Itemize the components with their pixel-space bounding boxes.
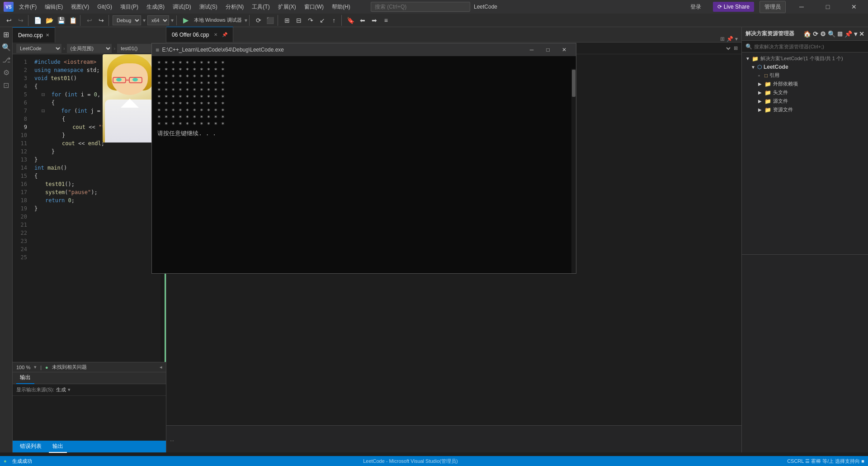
toolbar-d3[interactable]: ↷ — [305, 15, 316, 26]
menu-analyze[interactable]: 分析(N) — [222, 1, 248, 13]
output-tabs: 输出 — [13, 372, 166, 384]
toolbar-group-3: ↩ ↪ — [82, 15, 109, 26]
menu-view[interactable]: 视图(V) — [67, 1, 93, 13]
status-right: CSCRL ☰ 霍棒 等/上 选择支持向 ■ — [787, 458, 864, 465]
menu-window[interactable]: 窗口(W) — [301, 1, 327, 13]
menu-test[interactable]: 测试(S) — [196, 1, 221, 13]
toolbar-undo-btn[interactable]: ↩ — [84, 15, 95, 26]
login-button[interactable]: 登录 — [688, 2, 704, 12]
project-icon: ⬡ — [757, 64, 762, 70]
editor-pin-btn[interactable]: 📌 — [726, 36, 733, 42]
menu-tools[interactable]: 工具(T) — [248, 1, 273, 13]
solution-home-btn[interactable]: 🏠 — [803, 30, 811, 38]
panel-toggle[interactable]: ◂ — [160, 364, 162, 370]
tree-resources[interactable]: ▶ 📁 资源文件 — [742, 105, 868, 114]
toolbar-redo-btn[interactable]: ↪ — [96, 15, 107, 26]
toolbar-d5[interactable]: ↑ — [329, 15, 340, 26]
tab-demo-close[interactable]: ✕ — [46, 33, 49, 38]
toolbar-group-run: ▶ 本地 Windows 调试器 ▾ — [179, 15, 250, 26]
toolbar-d1[interactable]: ⊞ — [282, 15, 292, 26]
second-expand-btn[interactable]: ⊞ — [734, 45, 738, 51]
activity-debug[interactable]: ⚙ — [1, 67, 12, 78]
console-line-3: * * * * * * * * * * — [157, 73, 571, 80]
solution-close-btn[interactable]: ✕ — [859, 30, 864, 38]
solution-search-btn[interactable]: 🔍 — [828, 30, 835, 38]
window-title-status: LeetCode - Microsoft Visual Studio(管理员) — [363, 458, 458, 464]
editor-more-btn[interactable]: ▾ — [735, 36, 738, 42]
console-maximize[interactable]: □ — [540, 43, 556, 56]
solution-search-input[interactable] — [754, 44, 864, 49]
toolbar-d2[interactable]: ⊟ — [293, 15, 304, 26]
project-path-select[interactable]: LeetCode — [16, 44, 61, 53]
menu-help[interactable]: 帮助(H) — [328, 1, 354, 13]
menu-project[interactable]: 项目(P) — [117, 1, 142, 13]
debug-config-select[interactable]: Debug — [113, 15, 141, 25]
solution-refresh-btn[interactable]: ⟳ — [813, 30, 818, 38]
maximize-button[interactable]: □ — [817, 0, 838, 14]
solution-search-bar: 🔍 — [742, 41, 868, 52]
console-scrollbar[interactable] — [571, 69, 576, 273]
minimize-button[interactable]: ─ — [791, 0, 812, 14]
live-share-button[interactable]: ⟳ Live Share — [713, 2, 754, 12]
platform-select[interactable]: x64 — [147, 15, 169, 25]
menu-extensions[interactable]: 扩展(X) — [274, 1, 300, 13]
close-button[interactable]: ✕ — [844, 0, 864, 14]
tab-demo-cpp[interactable]: Demo.cpp ✕ — [13, 27, 55, 43]
solution-label: 解决方案'LeetCode'(1 个项目/共 1 个) — [760, 55, 843, 62]
activity-git[interactable]: ⎇ — [1, 54, 12, 65]
toolbar-stop-btn[interactable]: ⬛ — [265, 15, 276, 26]
live-share-icon: ⟳ — [717, 4, 722, 10]
menu-edit[interactable]: 编辑(E) — [41, 1, 66, 13]
zoom-label[interactable]: 100 % — [16, 365, 30, 370]
solution-pin-btn[interactable]: 📌 — [844, 30, 852, 38]
toolbar-d4[interactable]: ↙ — [317, 15, 328, 26]
toolbar-back-btn[interactable]: ↩ — [4, 15, 14, 26]
status-bar: ● 生成成功 LeetCode - Microsoft Visual Studi… — [0, 456, 868, 466]
solution-expand-btn[interactable]: ⊞ — [837, 30, 843, 38]
tab-offer-pin[interactable]: 📌 — [222, 32, 227, 37]
console-title: ■ E:\C++_Learn\LeetCode\x64\Debug\LeetCo… — [156, 46, 284, 53]
console-minimize[interactable]: ─ — [524, 43, 540, 56]
solution-more-btn[interactable]: ▾ — [854, 30, 857, 38]
output-tab[interactable]: 输出 — [16, 372, 34, 384]
build-success-label[interactable]: 生成成功 — [10, 458, 34, 465]
toolbar-b4[interactable]: ≡ — [381, 15, 392, 26]
solution-settings-btn[interactable]: ⚙ — [820, 30, 826, 38]
console-line-5: * * * * * * * * * * — [157, 87, 571, 94]
toolbar-b2[interactable]: ⬅ — [357, 15, 368, 26]
console-content[interactable]: * * * * * * * * * * * * * * * * * * * * … — [152, 56, 576, 273]
code-content[interactable]: #include <iostream> using namespace std;… — [31, 54, 160, 362]
scope-select[interactable]: (全局范围) — [67, 44, 112, 53]
solution-header-actions: 🏠 ⟳ ⚙ 🔍 ⊞ 📌 ▾ ✕ — [803, 30, 864, 38]
toolbar-restart-btn[interactable]: ⟳ — [253, 15, 264, 26]
toolbar-b3[interactable]: ➡ — [369, 15, 380, 26]
menu-debug[interactable]: 调试(D) — [169, 1, 195, 13]
toolbar-save-btn[interactable]: 💾 — [56, 15, 66, 26]
error-list-tab[interactable]: 错误列表 — [16, 441, 45, 453]
search-input[interactable] — [371, 2, 470, 12]
admin-button[interactable]: 管理员 — [760, 1, 786, 13]
console-close[interactable]: ✕ — [556, 43, 572, 56]
toolbar-forward-btn[interactable]: ↪ — [15, 15, 26, 26]
toolbar-b1[interactable]: 🔖 — [345, 15, 356, 26]
editor-collapse-btn[interactable]: ⊞ — [720, 36, 725, 42]
tree-source[interactable]: ▶ 📁 源文件 — [742, 97, 868, 105]
tree-project[interactable]: ▼ ⬡ LeetCode — [742, 63, 868, 71]
toolbar-new-btn[interactable]: 📄 — [32, 15, 43, 26]
run-button[interactable]: ▶ — [180, 15, 191, 26]
output-tab2[interactable]: 输出 — [49, 441, 67, 453]
output-source-value[interactable]: 生成 — [56, 386, 66, 393]
toolbar-saveall-btn[interactable]: 📋 — [67, 15, 78, 26]
tree-headers[interactable]: ▶ 📁 头文件 — [742, 88, 868, 97]
toolbar-open-btn[interactable]: 📂 — [44, 15, 55, 26]
activity-search[interactable]: 🔍 — [1, 42, 12, 52]
menu-git[interactable]: Git(G) — [94, 2, 116, 12]
activity-explorer[interactable]: ⊞ — [1, 29, 12, 40]
tree-external-deps[interactable]: ▶ 📁 外部依赖项 — [742, 80, 868, 88]
menu-build[interactable]: 生成(B) — [143, 1, 168, 13]
tab-offer06[interactable]: 06 Offer 06.cpp ✕ 📌 — [166, 27, 233, 42]
tab-offer-close[interactable]: ✕ — [214, 32, 217, 37]
menu-file[interactable]: 文件(F) — [15, 1, 40, 13]
activity-extensions[interactable]: ⊡ — [1, 80, 12, 90]
tree-references[interactable]: ◦ □ 引用 — [742, 71, 868, 80]
